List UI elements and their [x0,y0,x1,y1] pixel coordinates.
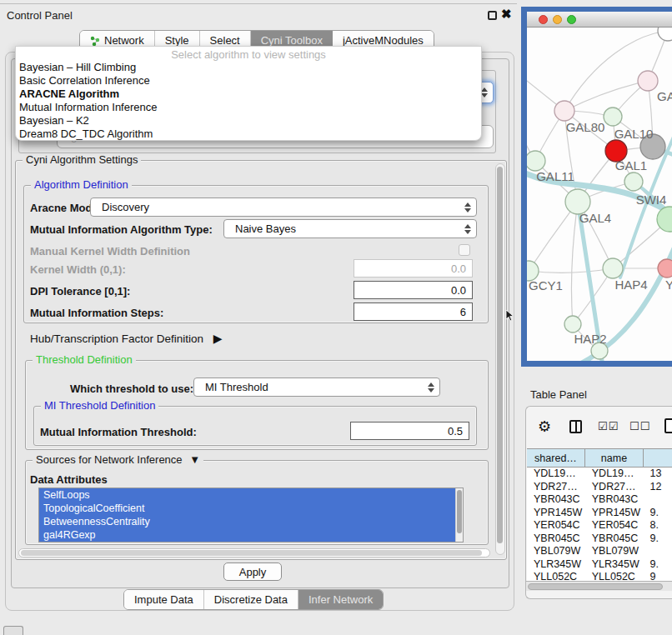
which-threshold-select[interactable]: MI Threshold [193,378,440,397]
node-label-gal10: GAL10 [614,127,654,141]
zoom-traffic-light-icon[interactable] [567,15,576,24]
settings-horizontal-scrollbar[interactable] [18,548,490,558]
dpi-tolerance-input[interactable]: 0.0 [354,281,473,299]
table-cell: 9. [644,558,672,572]
sources-group-label[interactable]: Sources for Network Inference ▼ [33,453,203,466]
table-row[interactable]: YBR045CYBR045C9. [527,532,672,546]
network-view-window: GALGAL80GAL10GAL1GAL11SWI4GAL4GCY1HAP4YH… [521,7,672,367]
node-gal80[interactable] [554,101,574,121]
table-row[interactable]: YER054CYER054C8. [527,519,672,532]
table-row[interactable]: YLR345WYLR345W9. [527,558,672,572]
table-row[interactable]: YBL079WYBL079W [527,545,672,558]
algorithm-option[interactable]: Mutual Information Inference [16,101,481,114]
algorithm-option[interactable]: Bayesian – K2 [16,114,481,128]
attribute-item[interactable]: gal4RGexp [39,528,463,542]
table-horizontal-scrollbar[interactable] [526,581,672,591]
table-cell: YER054C [585,519,644,532]
mi-threshold-label: Mutual Information Threshold: [40,426,197,438]
close-traffic-light-icon[interactable] [539,15,548,24]
threshold-definition-label: Threshold Definition [33,353,136,366]
network-window-titlebar[interactable] [527,12,672,28]
float-window-icon[interactable] [488,11,497,20]
chevron-down-icon: ▼ [189,453,200,466]
table-header-row: shared…name [527,448,672,468]
tab-label: Impute Data [134,593,193,606]
table-cell: 13 [644,468,672,481]
table-toolbar: ⚙ ☑☑ ☐☐ [526,407,672,447]
node-label-swi4: SWI4 [636,192,667,207]
table-cell [644,545,672,558]
tab-label: jActiveMNodules [343,34,424,47]
table-row[interactable]: YDR27…YDR27…12 [527,481,672,494]
node-hap2[interactable] [564,316,581,332]
columns-icon[interactable] [569,420,582,433]
document-icon[interactable] [664,418,672,433]
table-row[interactable]: YPR145WYPR145W9. [527,507,672,520]
table-cell: 12 [644,481,672,494]
column-header[interactable]: shared… [527,449,585,467]
mi-steps-label: Mutual Information Steps: [30,307,163,319]
algorithm-option[interactable]: Dream8 DC_TDC Algorithm [16,128,481,141]
table-cell: YLR345W [527,558,585,572]
network-canvas[interactable]: GALGAL80GAL10GAL1GAL11SWI4GAL4GCY1HAP4YH… [527,28,672,361]
minimize-traffic-light-icon[interactable] [553,15,562,24]
attribute-item[interactable]: TopologicalCoefficient [39,502,463,515]
table-cell: YDR27… [527,481,585,494]
data-attributes-label: Data Attributes [30,473,108,486]
node-hap4[interactable] [603,258,623,278]
node-pink-upper[interactable] [638,71,658,91]
node-top-right[interactable] [658,28,672,41]
apply-button[interactable]: Apply [223,562,282,581]
table-cell: YPR145W [527,507,585,520]
network-edge[interactable] [529,268,613,272]
settings-vertical-scrollbar[interactable] [495,163,505,555]
kernel-width-input[interactable]: 0.0 [354,259,473,278]
algorithm-option[interactable]: Bayesian – Hill Climbing [16,61,481,74]
node-table: shared…nameYDL19…YDL19…13YDR27…YDR27…12Y… [527,448,672,584]
table-cell: YBR043C [527,493,585,507]
network-edge[interactable] [564,81,648,111]
dropdown-placeholder: Select algorithm to view settings [16,47,481,61]
network-edge[interactable] [571,202,578,324]
attribute-item[interactable]: SelfLoops [39,488,463,502]
close-icon[interactable]: ✖ [501,7,512,22]
algorithm-option[interactable]: Basic Correlation Inference [16,74,481,88]
attribute-item[interactable]: BetweennessCentrality [39,515,463,528]
network-icon [90,36,100,46]
node-label-gal11: GAL11 [536,169,574,183]
combo-spinner-icon [428,382,439,392]
table-cell: 8. [644,519,672,532]
table-cell: 9. [644,507,672,520]
hub-definition-toggle[interactable]: Hub/Transcription Factor Definition ▶ [30,332,223,345]
mouse-cursor [505,310,515,322]
table-cell: YER054C [527,519,585,532]
column-header[interactable]: name [585,449,644,467]
table-cell: YPR145W [585,507,644,520]
column-header[interactable] [644,449,672,467]
node-salmon[interactable] [658,259,672,278]
node-gal1[interactable] [624,172,643,191]
screen: Control Panel ✖ NetworkStyleSelectCyni T… [0,0,672,635]
table-cell: YBR043C [585,493,644,507]
table-row[interactable]: YBR043CYBR043C [527,493,672,507]
combo-spinner-icon [481,88,493,98]
tab-discretize-data[interactable]: Discretize Data [204,590,298,609]
gear-icon[interactable]: ⚙ [538,418,551,436]
node-label-gcy1: GCY1 [529,278,563,292]
tab-label: Infer Network [308,593,373,606]
mi-steps-input[interactable]: 6 [354,302,473,321]
node-gal10[interactable] [604,108,622,126]
tab-infer-network[interactable]: Infer Network [298,590,383,609]
aracne-mode-select[interactable]: Discovery [90,198,477,217]
unchecked-pair-icon[interactable]: ☐☐ [629,420,650,432]
checked-pair-icon[interactable]: ☑☑ [598,420,619,432]
mi-type-select[interactable]: Naive Bayes [223,219,477,238]
table-row[interactable]: YDL19…YDL19…13 [527,468,672,481]
attributes-scrollbar[interactable] [455,488,463,542]
algorithm-option[interactable]: ARACNE Algorithm [16,88,481,101]
tab-impute-data[interactable]: Impute Data [124,590,204,609]
node-gal11[interactable] [527,151,545,171]
tab-label: Network [104,34,144,47]
mi-threshold-input[interactable]: 0.5 [350,422,469,440]
manual-kernel-checkbox[interactable] [459,244,470,256]
